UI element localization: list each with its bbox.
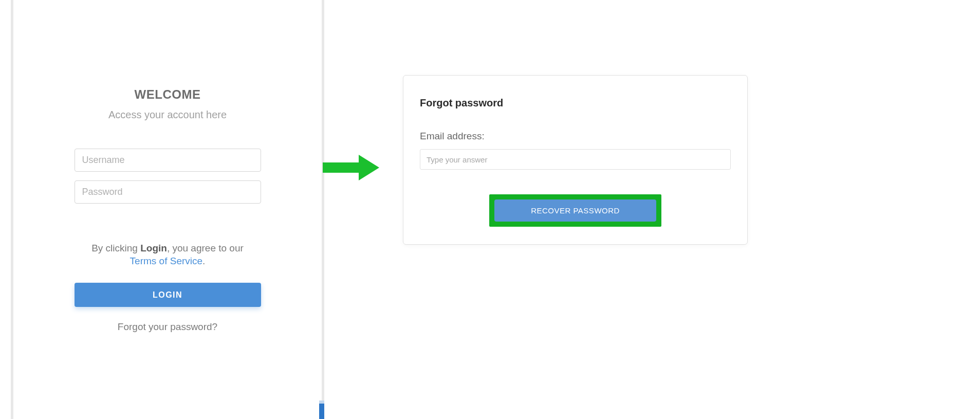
terms-of-service-link[interactable]: Terms of Service — [130, 256, 202, 266]
forgot-password-title: Forgot password — [420, 97, 731, 109]
login-subtitle: Access your account here — [108, 109, 227, 121]
email-label: Email address: — [420, 131, 731, 142]
login-title: WELCOME — [135, 87, 201, 102]
recover-button-highlight: RECOVER PASSWORD — [489, 194, 661, 227]
username-input[interactable] — [75, 149, 261, 172]
panel-accent-marker — [319, 404, 324, 419]
forgot-password-link[interactable]: Forgot your password? — [118, 321, 217, 333]
login-panel: WELCOME Access your account here By clic… — [11, 0, 324, 419]
agreement-suffix: , you agree to our — [167, 243, 244, 253]
login-button[interactable]: LOGIN — [75, 283, 261, 307]
arrow-right-icon — [319, 157, 380, 178]
agreement-bold: Login — [140, 243, 167, 253]
agreement-prefix: By clicking — [91, 243, 140, 253]
recover-password-button[interactable]: RECOVER PASSWORD — [494, 199, 656, 222]
page-container: WELCOME Access your account here By clic… — [0, 0, 980, 419]
email-input[interactable] — [420, 149, 731, 170]
agreement-text: By clicking Login, you agree to our Term… — [91, 242, 244, 267]
terms-period: . — [202, 256, 205, 266]
password-input[interactable] — [75, 180, 261, 204]
forgot-password-panel: Forgot password Email address: RECOVER P… — [403, 75, 748, 245]
